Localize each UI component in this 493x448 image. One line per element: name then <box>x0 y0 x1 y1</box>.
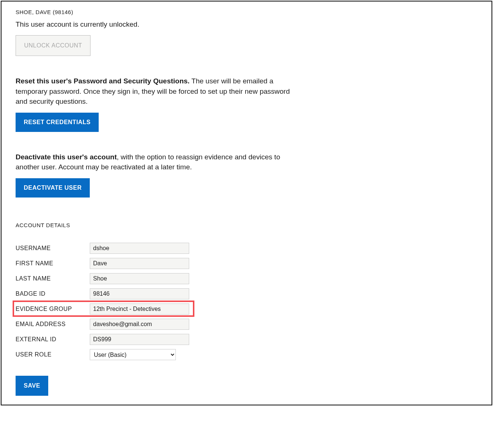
external-id-row: EXTERNAL ID <box>16 332 477 347</box>
last-name-input[interactable] <box>90 273 189 284</box>
last-name-label: LAST NAME <box>16 275 90 282</box>
email-row: EMAIL ADDRESS <box>16 317 477 332</box>
username-row: USERNAME <box>16 241 477 256</box>
account-details-heading: ACCOUNT DETAILS <box>16 222 477 228</box>
email-input[interactable] <box>90 319 189 330</box>
evidence-group-label: EVIDENCE GROUP <box>16 306 90 312</box>
first-name-label: FIRST NAME <box>16 260 90 267</box>
deactivate-user-button[interactable]: DEACTIVATE USER <box>16 178 90 198</box>
first-name-input[interactable] <box>90 258 189 269</box>
last-name-row: LAST NAME <box>16 271 477 286</box>
deactivate-description: Deactivate this user's account, with the… <box>16 152 298 172</box>
save-button[interactable]: SAVE <box>16 376 48 396</box>
deactivate-description-bold: Deactivate this user's account <box>16 153 117 161</box>
evidence-group-row: EVIDENCE GROUP <box>16 302 477 317</box>
page-container: SHOE, DAVE (98146) This user account is … <box>1 1 492 405</box>
unlock-status-text: This user account is currently unlocked. <box>16 20 477 29</box>
user-role-row: USER ROLE User (Basic) <box>16 347 477 362</box>
unlock-account-button[interactable]: UNLOCK ACCOUNT <box>16 35 91 56</box>
external-id-label: EXTERNAL ID <box>16 336 90 343</box>
user-role-label: USER ROLE <box>16 351 90 358</box>
external-id-input[interactable] <box>90 334 189 345</box>
badge-id-row: BADGE ID <box>16 286 477 302</box>
badge-id-input[interactable] <box>90 288 189 299</box>
reset-description-bold: Reset this user's Password and Security … <box>16 77 190 85</box>
badge-id-label: BADGE ID <box>16 291 90 297</box>
user-heading: SHOE, DAVE (98146) <box>16 9 477 15</box>
evidence-group-input[interactable] <box>90 303 189 315</box>
username-input[interactable] <box>90 243 189 254</box>
username-label: USERNAME <box>16 245 90 252</box>
reset-credentials-button[interactable]: RESET CREDENTIALS <box>16 113 99 132</box>
reset-description: Reset this user's Password and Security … <box>16 76 298 107</box>
first-name-row: FIRST NAME <box>16 256 477 271</box>
account-details-form: USERNAME FIRST NAME LAST NAME BADGE ID E… <box>16 241 477 362</box>
user-role-select[interactable]: User (Basic) <box>90 349 176 360</box>
email-label: EMAIL ADDRESS <box>16 321 90 328</box>
